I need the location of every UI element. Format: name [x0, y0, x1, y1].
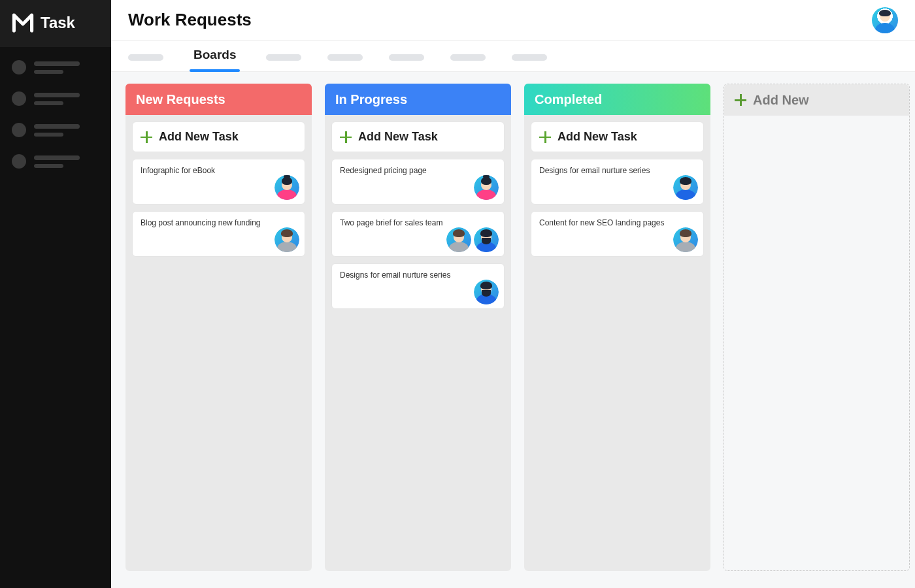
- nav-icon-placeholder: [12, 60, 26, 74]
- task-card[interactable]: Two page brief for sales team: [331, 211, 505, 257]
- nav-icon-placeholder: [12, 123, 26, 137]
- column-header[interactable]: Completed: [524, 84, 710, 115]
- add-task-button[interactable]: Add New Task: [531, 122, 704, 152]
- tab-label: Boards: [193, 48, 236, 61]
- add-task-button[interactable]: Add New Task: [132, 122, 305, 152]
- assignees: [446, 227, 499, 252]
- task-card[interactable]: Redesigned pricing page: [331, 159, 505, 204]
- task-title: Content for new SEO landing pages: [539, 218, 695, 227]
- task-card[interactable]: Content for new SEO landing pages: [531, 211, 704, 257]
- column-header[interactable]: In Progress: [325, 84, 511, 115]
- column-title: New Requests: [136, 92, 225, 107]
- task-title: Blog post announcing new funding: [141, 218, 297, 227]
- task-title: Designs for email nurture series: [539, 166, 695, 175]
- add-column[interactable]: Add New: [724, 84, 910, 571]
- assignees: [274, 227, 299, 252]
- logo-text: Task: [41, 14, 75, 32]
- logo[interactable]: Task: [0, 0, 111, 47]
- nav-label-placeholder: [34, 61, 99, 74]
- plus-icon: [340, 131, 352, 143]
- nav-label-placeholder: [34, 155, 99, 168]
- column-new-requests: New Requests Add New Task Infographic fo…: [125, 84, 312, 571]
- avatar[interactable]: [274, 227, 299, 252]
- column-in-progress: In Progress Add New Task Redesigned pric…: [325, 84, 511, 571]
- avatar[interactable]: [474, 280, 499, 304]
- column-header[interactable]: New Requests: [125, 84, 312, 115]
- assignees: [474, 175, 499, 200]
- sidebar-item-3[interactable]: [12, 123, 99, 137]
- avatar[interactable]: [474, 175, 499, 200]
- column-title: Completed: [535, 92, 602, 107]
- tab-boards[interactable]: Boards: [190, 48, 240, 71]
- sidebar: Task: [0, 0, 111, 588]
- logo-icon: [12, 12, 34, 34]
- assignees: [673, 175, 698, 200]
- assignees: [274, 175, 299, 200]
- header: Work Requests: [111, 0, 915, 41]
- sidebar-item-1[interactable]: [12, 60, 99, 74]
- task-title: Redesigned pricing page: [340, 166, 496, 175]
- column-body: Add New Task Designs for email nurture s…: [524, 115, 710, 571]
- plus-icon: [141, 131, 152, 143]
- tab-placeholder-1[interactable]: [128, 54, 163, 61]
- avatar[interactable]: [673, 175, 698, 200]
- add-column-label: Add New: [753, 93, 809, 108]
- task-card[interactable]: Infographic for eBook: [132, 159, 305, 204]
- column-body: Add New Task Infographic for eBook Blog …: [125, 115, 312, 571]
- add-task-label: Add New Task: [159, 130, 239, 144]
- sidebar-item-2[interactable]: [12, 91, 99, 106]
- tab-placeholder-3[interactable]: [327, 54, 363, 61]
- sidebar-item-4[interactable]: [12, 154, 99, 169]
- nav-label-placeholder: [34, 93, 99, 105]
- avatar[interactable]: [474, 227, 499, 252]
- nav-label-placeholder: [34, 124, 99, 137]
- add-column-header: Add New: [724, 84, 909, 116]
- add-task-button[interactable]: Add New Task: [331, 122, 505, 152]
- user-avatar[interactable]: [872, 7, 898, 33]
- add-task-label: Add New Task: [557, 130, 637, 144]
- page-title: Work Requests: [128, 10, 252, 30]
- plus-icon: [735, 94, 746, 106]
- kanban-board: New Requests Add New Task Infographic fo…: [111, 72, 915, 588]
- assignees: [474, 280, 499, 304]
- tab-placeholder-2[interactable]: [266, 54, 301, 61]
- task-title: Two page brief for sales team: [340, 218, 496, 227]
- task-card[interactable]: Blog post announcing new funding: [132, 211, 305, 257]
- nav-icon-placeholder: [12, 154, 26, 169]
- view-tabs: Boards: [111, 41, 915, 72]
- main: Work Requests Boards New Requests: [111, 0, 915, 588]
- column-title: In Progress: [335, 92, 407, 107]
- task-card[interactable]: Designs for email nurture series: [531, 159, 704, 204]
- column-body: Add New Task Redesigned pricing page Two…: [325, 115, 511, 571]
- tab-placeholder-4[interactable]: [389, 54, 424, 61]
- avatar[interactable]: [274, 175, 299, 200]
- plus-icon: [539, 131, 551, 143]
- tab-placeholder-6[interactable]: [512, 54, 547, 61]
- assignees: [673, 227, 698, 252]
- task-title: Infographic for eBook: [141, 166, 297, 175]
- task-card[interactable]: Designs for email nurture series: [331, 263, 505, 309]
- sidebar-nav: [0, 47, 111, 182]
- nav-icon-placeholder: [12, 91, 26, 106]
- add-task-label: Add New Task: [358, 130, 438, 144]
- tab-placeholder-5[interactable]: [450, 54, 486, 61]
- avatar[interactable]: [446, 227, 471, 252]
- avatar[interactable]: [673, 227, 698, 252]
- task-title: Designs for email nurture series: [340, 270, 496, 280]
- column-completed: Completed Add New Task Designs for email…: [524, 84, 710, 571]
